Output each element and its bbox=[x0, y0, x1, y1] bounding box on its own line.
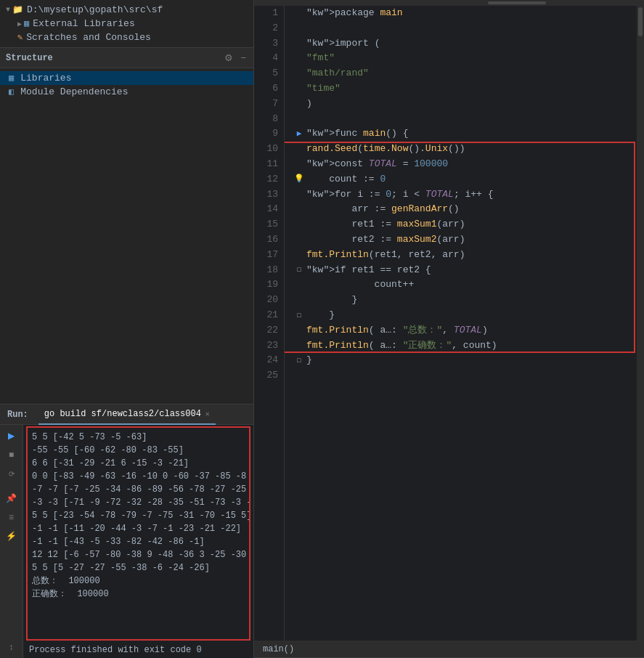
line-number-9: 9 bbox=[254, 126, 278, 142]
code-line-9: ▶"kw">func main() { bbox=[293, 126, 637, 142]
line-number-13: 13 bbox=[254, 187, 278, 203]
output-line: 12 12 [-6 -57 -80 -38 9 -48 -36 3 -25 -3… bbox=[32, 548, 245, 561]
play-icon: ▶ bbox=[293, 128, 305, 141]
code-line-10: rand.Seed(time.Now().Unix()) bbox=[293, 142, 637, 157]
output-highlighted-box: 5 5 [-42 5 -73 -5 -63]-55 -55 [-60 -62 -… bbox=[26, 426, 250, 641]
left-panel: ▼ 📁 D:\mysetup\gopath\src\sf ▶ ▦ Externa… bbox=[0, 0, 254, 658]
structure-actions: ⚙ − bbox=[223, 52, 248, 63]
bulb-icon: 💡 bbox=[293, 173, 305, 186]
breadcrumb-bar: main() bbox=[254, 641, 644, 658]
code-line-4: "fmt" bbox=[293, 51, 637, 66]
line-number-8: 8 bbox=[254, 112, 278, 127]
line-number-14: 14 bbox=[254, 202, 278, 217]
scratches-consoles-item[interactable]: ✎ Scratches and Consoles bbox=[0, 31, 253, 44]
module-dependencies-label: Module Dependencies bbox=[20, 86, 128, 97]
code-line-15: ret1 := maxSum1(arr) bbox=[293, 217, 637, 232]
chevron-down-icon: ▼ bbox=[6, 6, 10, 14]
output-line: 总数： 100000 bbox=[32, 574, 245, 588]
code-line-8 bbox=[293, 112, 637, 127]
scratches-consoles-label: Scratches and Consoles bbox=[26, 32, 151, 43]
fold-icon: ◻ bbox=[293, 264, 305, 277]
run-rerun-button[interactable]: ⟳ bbox=[4, 466, 20, 482]
libraries-structure-item[interactable]: ▦ Libraries bbox=[0, 71, 253, 85]
line-number-4: 4 bbox=[254, 51, 278, 66]
run-filter-button[interactable]: ⚡ bbox=[4, 528, 20, 544]
line-number-22: 22 bbox=[254, 323, 278, 338]
code-line-25 bbox=[293, 368, 637, 383]
library-icon: ▦ bbox=[24, 18, 29, 29]
line-number-3: 3 bbox=[254, 36, 278, 52]
lib-icon: ▦ bbox=[9, 73, 14, 84]
run-label: Run: bbox=[3, 410, 33, 420]
line-number-11: 11 bbox=[254, 157, 278, 172]
run-wrap-button[interactable]: ≡ bbox=[4, 509, 20, 525]
fold-icon-2: ◻ bbox=[293, 309, 305, 322]
run-tab-bar: Run: go build sf/newclass2/class004 ✕ bbox=[0, 405, 253, 425]
line-number-16: 16 bbox=[254, 232, 278, 248]
line-number-1: 1 bbox=[254, 6, 278, 21]
output-line: 5 5 [-42 5 -73 -5 -63] bbox=[32, 431, 245, 444]
structure-header: Structure ⚙ − bbox=[0, 48, 253, 68]
project-tree: ▼ 📁 D:\mysetup\gopath\src\sf ▶ ▦ Externa… bbox=[0, 0, 253, 47]
output-footer: Process finished with exit code 0 bbox=[23, 642, 253, 658]
code-line-6: "time" bbox=[293, 81, 637, 97]
run-scroll-button[interactable]: ↕ bbox=[4, 639, 20, 655]
line-number-24: 24 bbox=[254, 353, 278, 368]
code-line-1: "kw">package main bbox=[293, 6, 637, 21]
run-panel: Run: go build sf/newclass2/class004 ✕ ▶ … bbox=[0, 404, 253, 658]
output-line: 6 6 [-31 -29 -21 6 -15 -3 -21] bbox=[32, 457, 245, 470]
code-line-5: "math/rand" bbox=[293, 66, 637, 81]
scrollbar-thumb[interactable] bbox=[638, 7, 643, 36]
code-line-2 bbox=[293, 21, 637, 36]
line-number-19: 19 bbox=[254, 277, 278, 293]
line-number-20: 20 bbox=[254, 293, 278, 308]
line-number-10: 10 bbox=[254, 142, 278, 157]
module-icon: ◧ bbox=[9, 86, 14, 97]
run-tab[interactable]: go build sf/newclass2/class004 ✕ bbox=[38, 405, 216, 425]
output-line: -3 -3 [-71 -9 -72 -32 -28 -35 -51 -73 -3… bbox=[32, 496, 245, 509]
line-number-12: 12 bbox=[254, 172, 278, 187]
structure-panel: Structure ⚙ − ▦ Libraries ◧ Module Depen… bbox=[0, 48, 253, 404]
code-line-21: ◻ } bbox=[293, 308, 637, 323]
project-root[interactable]: ▼ 📁 D:\mysetup\gopath\src\sf bbox=[0, 3, 253, 17]
close-structure-button[interactable]: − bbox=[239, 52, 248, 63]
external-libraries-item[interactable]: ▶ ▦ External Libraries bbox=[0, 17, 253, 31]
settings-button[interactable]: ⚙ bbox=[223, 52, 235, 63]
folder-icon: 📁 bbox=[12, 4, 23, 15]
line-numbers: 1234567891011121314151617181920212223242… bbox=[254, 6, 285, 641]
line-number-15: 15 bbox=[254, 217, 278, 232]
code-line-3: "kw">import ( bbox=[293, 36, 637, 52]
code-content[interactable]: "kw">package main "kw">import ( "fmt" "m… bbox=[285, 6, 637, 641]
external-libraries-label: External Libraries bbox=[33, 18, 134, 29]
output-line: -7 -7 [-7 -25 -34 -86 -89 -56 -78 -27 -2… bbox=[32, 483, 245, 496]
run-content: ▶ ■ ⟳ 📌 ≡ ⚡ ↕ 5 5 [-42 5 -73 -5 -63]-55 … bbox=[0, 425, 253, 658]
line-number-2: 2 bbox=[254, 21, 278, 36]
code-line-18: ◻ "kw">if ret1 == ret2 { bbox=[293, 263, 637, 278]
project-path-label: D:\mysetup\gopath\src\sf bbox=[27, 4, 163, 15]
run-output-area: 5 5 [-42 5 -73 -5 -63]-55 -55 [-60 -62 -… bbox=[23, 425, 253, 658]
line-number-18: 18 bbox=[254, 263, 278, 278]
code-line-23: fmt.Println( a…: "正确数：", count) bbox=[293, 338, 637, 354]
code-line-19: count++ bbox=[293, 277, 637, 293]
output-line: 5 5 [-23 -54 -78 -79 -7 -75 -31 -70 -15 … bbox=[32, 509, 245, 522]
code-line-20: } bbox=[293, 293, 637, 308]
line-number-25: 25 bbox=[254, 368, 278, 383]
code-line-17: fmt.Println(ret1, ret2, arr) bbox=[293, 248, 637, 263]
run-stop-button[interactable]: ■ bbox=[4, 447, 20, 463]
code-line-14: arr := genRandArr() bbox=[293, 202, 637, 217]
run-play-button[interactable]: ▶ bbox=[4, 428, 20, 444]
scratch-icon: ✎ bbox=[17, 32, 23, 43]
run-sidebar: ▶ ■ ⟳ 📌 ≡ ⚡ ↕ bbox=[0, 425, 23, 658]
output-line: -1 -1 [-43 -5 -33 -82 -42 -86 -1] bbox=[32, 535, 245, 548]
tab-close-icon[interactable]: ✕ bbox=[205, 410, 210, 418]
line-number-17: 17 bbox=[254, 248, 278, 263]
code-line-7: ) bbox=[293, 97, 637, 112]
code-line-13: "kw">for i := 0; i < TOTAL; i++ { bbox=[293, 187, 637, 203]
top-scrollbar[interactable] bbox=[254, 0, 644, 6]
scrollbar-track[interactable] bbox=[637, 6, 644, 641]
output-line: 5 5 [5 -27 -27 -55 -38 -6 -24 -26] bbox=[32, 561, 245, 574]
module-dependencies-item[interactable]: ◧ Module Dependencies bbox=[0, 85, 253, 99]
right-panel: 1234567891011121314151617181920212223242… bbox=[254, 0, 644, 658]
code-line-16: ret2 := maxSum2(arr) bbox=[293, 232, 637, 248]
run-pin-button[interactable]: 📌 bbox=[4, 490, 20, 506]
